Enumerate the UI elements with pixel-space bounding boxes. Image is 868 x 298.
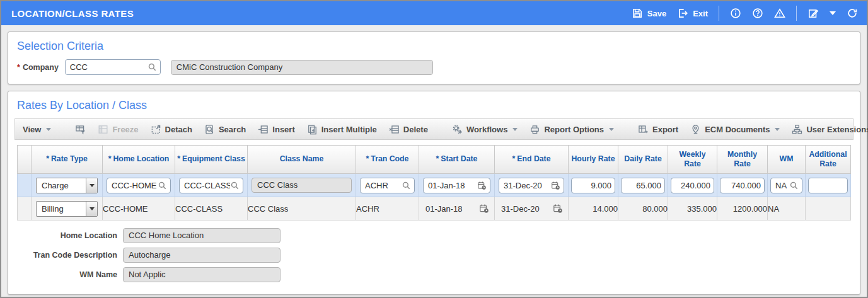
home-location-input[interactable] bbox=[112, 181, 158, 190]
cell-equipment-class bbox=[175, 174, 248, 197]
company-lov-search-icon[interactable] bbox=[148, 62, 157, 72]
calendar-icon[interactable] bbox=[479, 203, 489, 214]
cell-daily-rate bbox=[618, 174, 668, 197]
chevron-down-icon bbox=[46, 128, 51, 131]
lov-search-icon[interactable] bbox=[789, 181, 799, 190]
freeze-icon bbox=[98, 124, 108, 135]
cell-end-date bbox=[495, 174, 569, 197]
col-hourly-rate[interactable]: Hourly Rate bbox=[569, 146, 618, 174]
cell-monthly-rate: 1200.000 bbox=[717, 197, 768, 221]
ecm-documents-menu-button[interactable]: ECM Documents bbox=[690, 124, 780, 135]
class-name-readonly: CCC Class bbox=[252, 178, 352, 193]
gears-icon bbox=[452, 124, 463, 135]
detach-icon bbox=[151, 124, 161, 135]
insert-button[interactable]: Insert bbox=[258, 124, 294, 135]
table-row-billing[interactable]: Billing CCC-HOME CCC-CLASS CCC Class ACH… bbox=[18, 197, 851, 221]
calendar-icon[interactable] bbox=[553, 203, 563, 214]
info-icon[interactable] bbox=[730, 8, 741, 19]
search-button[interactable]: Search bbox=[204, 124, 246, 135]
header-separator bbox=[796, 6, 797, 21]
cell-start-date bbox=[419, 174, 495, 197]
home-location-detail-label: Home Location bbox=[14, 231, 123, 240]
delete-button[interactable]: Delete bbox=[389, 124, 428, 135]
tran-code-description-label: Tran Code Description bbox=[14, 251, 123, 260]
select-dropdown-button[interactable] bbox=[86, 178, 97, 193]
cell-wm bbox=[768, 174, 806, 197]
page-title: LOCATION/CLASS RATES bbox=[11, 8, 134, 19]
tran-code-input[interactable] bbox=[365, 181, 402, 190]
wm-input[interactable] bbox=[775, 181, 789, 190]
app-window: LOCATION/CLASS RATES Save Exit Selection… bbox=[0, 0, 868, 298]
table-row-charge[interactable]: Charge bbox=[18, 174, 851, 197]
row-selector[interactable] bbox=[18, 197, 32, 221]
rate-type-select[interactable]: Charge bbox=[36, 178, 98, 193]
col-daily-rate[interactable]: Daily Rate bbox=[618, 146, 668, 174]
lov-search-icon[interactable] bbox=[158, 181, 167, 190]
save-button[interactable]: Save bbox=[632, 8, 666, 19]
calendar-icon[interactable] bbox=[551, 181, 560, 190]
monthly-rate-input[interactable] bbox=[725, 181, 761, 190]
export-table-icon bbox=[638, 124, 649, 135]
save-icon bbox=[632, 8, 643, 19]
cell-rate-type: Charge bbox=[32, 174, 103, 197]
cell-additional-rate bbox=[806, 174, 851, 197]
cell-start-date: 01-Jan-18 bbox=[419, 197, 495, 221]
insert-multiple-button[interactable]: Insert Multiple bbox=[307, 124, 377, 135]
exit-button[interactable]: Exit bbox=[677, 8, 708, 19]
equipment-class-input[interactable] bbox=[184, 181, 230, 190]
user-extensions-button[interactable]: User Extensions bbox=[792, 124, 868, 135]
wm-name-label: WM Name bbox=[14, 270, 123, 279]
daily-rate-input[interactable] bbox=[626, 181, 661, 190]
lov-search-icon[interactable] bbox=[230, 181, 240, 190]
rate-type-select[interactable]: Billing bbox=[36, 201, 98, 217]
hourly-rate-input[interactable] bbox=[576, 181, 611, 190]
cell-home-location bbox=[103, 174, 175, 197]
col-additional-rate[interactable]: Additional Rate bbox=[806, 146, 851, 174]
cell-weekly-rate: 335.000 bbox=[668, 197, 717, 221]
col-rate-type[interactable]: *Rate Type bbox=[32, 146, 103, 174]
warning-icon[interactable] bbox=[774, 8, 785, 19]
col-weekly-rate[interactable]: Weekly Rate bbox=[668, 146, 717, 174]
refresh-icon[interactable] bbox=[847, 8, 858, 19]
selection-criteria-title: Selection Criteria bbox=[17, 40, 854, 53]
rates-panel: Rates By Location / Class View Freeze De… bbox=[8, 91, 860, 295]
detach-button[interactable]: Detach bbox=[151, 124, 192, 135]
org-chart-icon bbox=[792, 124, 802, 135]
edit-mode-dropdown-caret-icon[interactable] bbox=[830, 11, 836, 15]
col-tran-code[interactable]: *Tran Code bbox=[356, 146, 419, 174]
chevron-down-icon bbox=[90, 184, 95, 187]
workflows-menu-button[interactable]: Workflows bbox=[452, 124, 518, 135]
cell-tran-code bbox=[356, 174, 419, 197]
wm-field bbox=[770, 178, 802, 193]
export-button[interactable]: Export bbox=[638, 124, 678, 135]
col-equipment-class[interactable]: *Equipment Class bbox=[175, 146, 248, 174]
additional-rate-input[interactable] bbox=[813, 181, 844, 190]
query-by-example-button[interactable] bbox=[75, 124, 86, 135]
weekly-rate-input[interactable] bbox=[676, 181, 710, 190]
cell-tran-code: ACHR bbox=[356, 197, 419, 221]
col-start-date[interactable]: *Start Date bbox=[419, 146, 495, 174]
lov-search-icon[interactable] bbox=[402, 181, 411, 190]
start-date-input[interactable] bbox=[428, 181, 477, 190]
col-home-location[interactable]: *Home Location bbox=[103, 146, 175, 174]
cell-hourly-rate bbox=[569, 174, 618, 197]
view-menu-button[interactable]: View bbox=[23, 125, 51, 134]
end-date-input[interactable] bbox=[504, 181, 551, 190]
row-selector[interactable] bbox=[18, 174, 32, 197]
grid-toolbar: View Freeze Detach Search Insert bbox=[14, 118, 854, 140]
selection-criteria-panel: Selection Criteria * Company CMiC Constr… bbox=[8, 32, 860, 84]
ecm-documents-icon bbox=[690, 124, 701, 135]
calendar-icon[interactable] bbox=[477, 181, 487, 190]
company-field bbox=[65, 59, 161, 75]
col-class-name[interactable]: Class Name bbox=[248, 146, 356, 174]
col-end-date[interactable]: *End Date bbox=[495, 146, 569, 174]
col-monthly-rate[interactable]: Monthly Rate bbox=[717, 146, 768, 174]
col-wm[interactable]: WM bbox=[768, 146, 806, 174]
required-marker: * bbox=[17, 63, 20, 72]
tran-code-description-readonly: Autocharge bbox=[123, 248, 281, 263]
report-options-menu-button[interactable]: Report Options bbox=[529, 124, 614, 135]
help-icon[interactable] bbox=[752, 8, 763, 19]
company-input[interactable] bbox=[70, 62, 148, 72]
select-dropdown-button[interactable] bbox=[86, 202, 97, 216]
edit-mode-button[interactable] bbox=[807, 8, 819, 19]
